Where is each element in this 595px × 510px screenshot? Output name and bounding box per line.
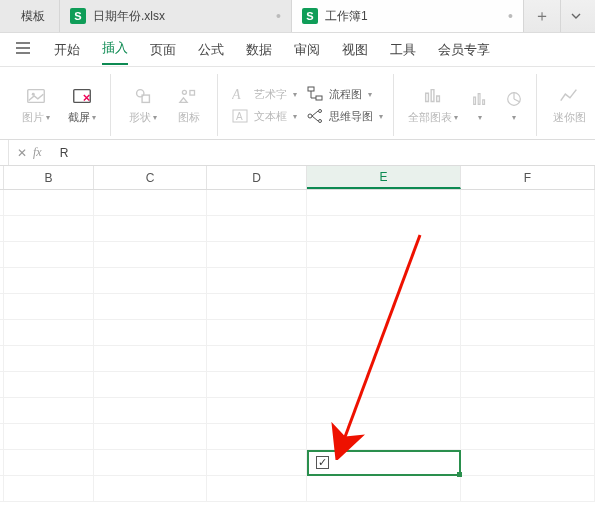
chevron-down-icon: ▾ <box>153 113 157 122</box>
insert-screenshot-button[interactable]: 截屏▾ <box>64 85 100 125</box>
mindmap-icon <box>307 108 323 124</box>
checkbox-control[interactable]: ✓ <box>316 456 329 469</box>
svg-point-13 <box>319 110 322 113</box>
ribbon-group-media: 图片▾ 截屏▾ <box>8 74 111 136</box>
insert-mindmap-button[interactable]: 思维导图▾ <box>307 108 383 124</box>
insert-sparkline-button[interactable]: 迷你图 <box>551 85 587 125</box>
button-label: 艺术字 <box>254 87 287 102</box>
tab-label: 日期年份.xlsx <box>93 8 165 25</box>
chart-type-2-button[interactable]: ▾ <box>502 88 526 122</box>
ribbon-group-text: A 艺术字▾ A 文本框▾ 流程图▾ 思维 <box>222 74 394 136</box>
menu-start[interactable]: 开始 <box>54 37 80 63</box>
chevron-down-icon: ▾ <box>92 113 96 122</box>
textbox-icon: A <box>232 108 248 124</box>
menu-review[interactable]: 审阅 <box>294 37 320 63</box>
wordart-icon: A <box>232 86 248 102</box>
svg-rect-10 <box>308 87 314 91</box>
screenshot-icon <box>71 85 93 107</box>
chevron-down-icon: ▾ <box>478 113 482 122</box>
tab-label: 模板 <box>21 8 45 25</box>
svg-point-5 <box>182 90 186 94</box>
button-label: 图片 <box>22 110 44 125</box>
fx-icon[interactable]: fx <box>33 145 42 160</box>
shapes-icon <box>132 85 154 107</box>
chevron-down-icon: ▾ <box>368 90 372 99</box>
tab-overflow-button[interactable] <box>561 0 591 32</box>
col-header-F[interactable]: F <box>461 166 595 189</box>
chevron-down-icon: ▾ <box>454 113 458 122</box>
svg-text:A: A <box>236 111 243 122</box>
formula-input[interactable]: R <box>50 146 79 160</box>
svg-rect-6 <box>190 91 195 96</box>
button-label: 思维导图 <box>329 109 373 124</box>
insert-icons-button[interactable]: 图标 <box>171 85 207 125</box>
formula-bar: ✕ fx R <box>0 140 595 166</box>
button-label: 流程图 <box>329 87 362 102</box>
menu-view[interactable]: 视图 <box>342 37 368 63</box>
button-label: 图标 <box>178 110 200 125</box>
spreadsheet-grid: B C D E F ✓ <box>0 166 595 502</box>
col-header-B[interactable]: B <box>4 166 94 189</box>
chevron-down-icon: ▾ <box>293 112 297 121</box>
button-label: 迷你图 <box>553 110 586 125</box>
tab-menu-dot[interactable]: • <box>508 8 513 24</box>
column-headers: B C D E F <box>0 166 595 190</box>
hamburger-icon <box>14 39 32 57</box>
chevron-down-icon: ▾ <box>46 113 50 122</box>
document-tabbar: 模板 S 日期年份.xlsx • S 工作簿1 • ＋ <box>0 0 595 33</box>
col-header-C[interactable]: C <box>94 166 207 189</box>
menu-insert[interactable]: 插入 <box>102 35 128 65</box>
icons-icon <box>178 85 200 107</box>
spreadsheet-icon: S <box>302 8 318 24</box>
add-tab-button[interactable]: ＋ <box>524 0 561 32</box>
svg-point-3 <box>137 90 144 97</box>
insert-wordart-button[interactable]: A 艺术字▾ <box>232 86 297 102</box>
spreadsheet-icon: S <box>70 8 86 24</box>
svg-text:A: A <box>232 87 241 102</box>
bar-chart-icon <box>422 85 444 107</box>
menu-data[interactable]: 数据 <box>246 37 272 63</box>
button-label: 形状 <box>129 110 151 125</box>
app-menu-button[interactable] <box>14 39 32 60</box>
button-label: 全部图表 <box>408 110 452 125</box>
ribbon-group-sparkline: 迷你图 <box>541 74 587 136</box>
insert-shapes-button[interactable]: 形状▾ <box>125 85 161 125</box>
chevron-down-icon: ▾ <box>293 90 297 99</box>
tab-templates[interactable]: 模板 <box>0 0 60 32</box>
svg-point-1 <box>32 93 35 96</box>
chevron-down-icon: ▾ <box>512 113 516 122</box>
menu-page[interactable]: 页面 <box>150 37 176 63</box>
column-chart-icon <box>469 88 491 110</box>
fx-section: ✕ fx <box>8 140 50 165</box>
chart-type-1-button[interactable]: ▾ <box>468 88 492 122</box>
picture-icon <box>25 85 47 107</box>
insert-flowchart-button[interactable]: 流程图▾ <box>307 86 383 102</box>
svg-point-14 <box>319 120 322 123</box>
menu-formula[interactable]: 公式 <box>198 37 224 63</box>
ribbon-group-charts: 全部图表▾ ▾ ▾ <box>398 74 537 136</box>
flowchart-icon <box>307 86 323 102</box>
pie-chart-icon <box>503 88 525 110</box>
svg-point-12 <box>308 114 312 118</box>
chevron-down-icon: ▾ <box>379 112 383 121</box>
menu-member[interactable]: 会员专享 <box>438 37 490 63</box>
col-header-E[interactable]: E <box>307 166 461 189</box>
cancel-icon[interactable]: ✕ <box>17 146 27 160</box>
insert-textbox-button[interactable]: A 文本框▾ <box>232 108 297 124</box>
ribbon-toolbar: 图片▾ 截屏▾ 形状▾ 图标 A <box>0 67 595 140</box>
svg-rect-11 <box>316 96 322 100</box>
insert-allcharts-button[interactable]: 全部图表▾ <box>408 85 458 125</box>
button-label: 文本框 <box>254 109 287 124</box>
insert-picture-button[interactable]: 图片▾ <box>18 85 54 125</box>
tab-file-2[interactable]: S 工作簿1 • <box>292 0 524 32</box>
chevron-down-icon <box>571 11 581 21</box>
tab-file-1[interactable]: S 日期年份.xlsx • <box>60 0 292 32</box>
ribbon-menubar: 开始 插入 页面 公式 数据 审阅 视图 工具 会员专享 <box>0 33 595 67</box>
line-chart-icon <box>558 85 580 107</box>
grid-body[interactable]: ✓ <box>0 190 595 502</box>
col-header-D[interactable]: D <box>207 166 307 189</box>
tab-label: 工作簿1 <box>325 8 368 25</box>
tab-menu-dot[interactable]: • <box>276 8 281 24</box>
ribbon-group-shapes: 形状▾ 图标 <box>115 74 218 136</box>
menu-tools[interactable]: 工具 <box>390 37 416 63</box>
